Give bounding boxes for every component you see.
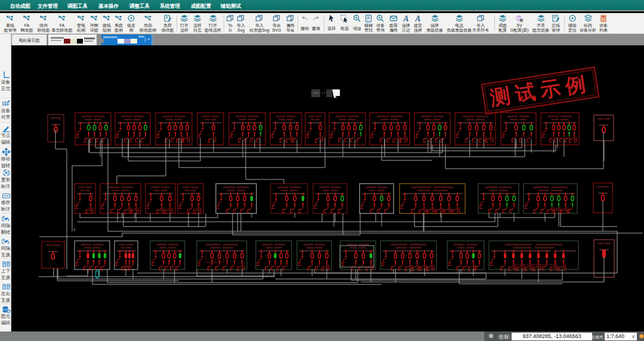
- svg-text:A: A: [414, 14, 420, 23]
- svg-text:A: A: [5, 172, 7, 175]
- svg-text:A: A: [402, 14, 408, 23]
